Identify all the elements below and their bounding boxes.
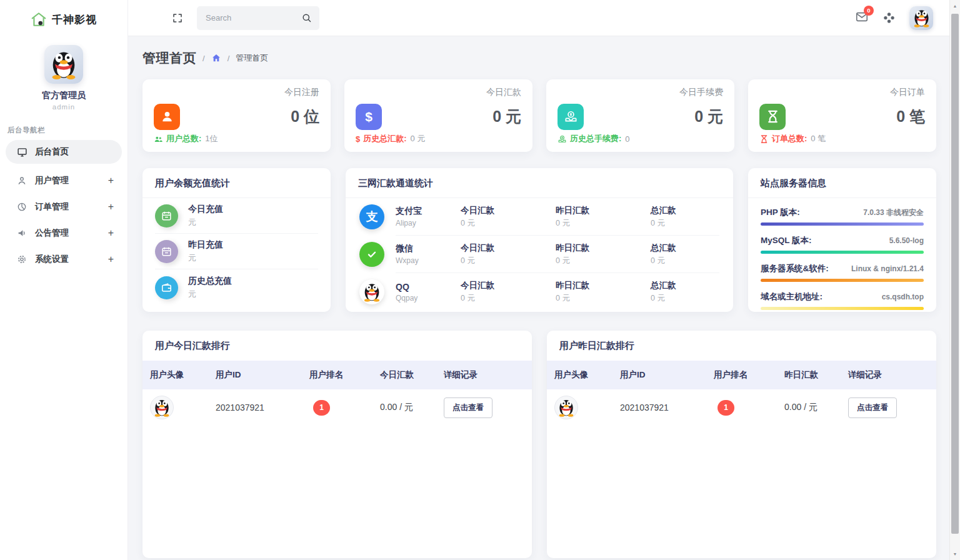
navbar-avatar[interactable] [909, 6, 933, 30]
profile-avatar[interactable] [44, 45, 83, 84]
channel-col-value: 0 元 [651, 293, 719, 304]
sidebar-section-label: 后台导航栏 [0, 126, 128, 135]
user-icon [17, 176, 27, 186]
today-ranking-table: 用户今日汇款排行 用户头像 用户ID 用户排名 今日汇款 详细记录 202103… [142, 331, 532, 558]
rank-badge: 1 [718, 400, 734, 416]
breadcrumb: 管理首页 / / 管理首页 [142, 49, 936, 67]
server-value: 5.6.50-log [889, 236, 924, 245]
expand-plus-icon[interactable]: + [108, 201, 114, 212]
main-area: 0 管理首页 / / 管理首页 今日注册 [128, 0, 949, 560]
recharge-label: 历史总充值 [188, 276, 232, 287]
scroll-up-icon[interactable]: ▲ [950, 4, 960, 8]
scroll-down-icon[interactable]: ▼ [950, 552, 960, 556]
sidebar-item-orders[interactable]: 订单管理 + [0, 194, 128, 220]
view-details-button[interactable]: 点击查看 [444, 398, 492, 418]
server-row-domain: 域名或主机地址: cs.qsdh.top [761, 291, 924, 310]
server-row-mysql: MySQL 版本: 5.6.50-log [761, 235, 924, 254]
table-title: 用户昨日汇款排行 [547, 331, 936, 361]
channel-col-value: 0 元 [461, 218, 556, 229]
channel-col-value: 0 元 [461, 293, 556, 304]
stat-card-fee: 今日手续费 0 元 历史总手续费: 0 [546, 79, 734, 152]
stat-footer-label: 订单总数: [759, 133, 807, 144]
sidebar-item-users[interactable]: 用户管理 + [0, 168, 128, 194]
progress-bar [761, 251, 924, 254]
stat-footer-value: 1位 [205, 133, 218, 144]
panel-title: 站点服务器信息 [748, 168, 936, 198]
user-id-cell: 2021037921 [620, 402, 714, 412]
page-title: 管理首页 [142, 49, 196, 67]
server-value: Linux & nginx/1.21.4 [851, 264, 924, 273]
stat-title: 今日订单 [759, 87, 925, 98]
scrollbar[interactable]: ▲ ▼ [949, 0, 960, 560]
search-icon[interactable] [301, 12, 312, 23]
plugins-icon[interactable] [882, 11, 896, 24]
breadcrumb-current: 管理首页 [236, 52, 268, 64]
server-row-php: PHP 版本: 7.0.33 非线程安全 [761, 207, 924, 226]
speaker-icon [17, 228, 27, 238]
sidebar-menu: 用户管理 + 订单管理 + 公告管理 + 系统设置 + [0, 168, 128, 272]
qq-penguin-icon [556, 398, 576, 418]
pie-chart-icon [17, 202, 27, 212]
channel-col-value: 0 元 [651, 256, 719, 266]
column-header: 详细记录 [848, 369, 936, 381]
channel-col-label: 昨日汇款 [556, 280, 651, 291]
app-root: 千神影视 官方管理员 admin 后台导航栏 后台首页 用户管理 + 订单管理 … [0, 0, 960, 560]
channel-col-label: 昨日汇款 [556, 242, 651, 254]
qq-penguin-icon [152, 398, 172, 418]
column-header: 详细记录 [444, 369, 532, 381]
stat-footer-label: 历史总手续费: [558, 133, 621, 144]
amount-cell: 0.00 / 元 [784, 402, 848, 413]
view-details-button[interactable]: 点击查看 [848, 398, 897, 418]
expand-plus-icon[interactable]: + [108, 228, 114, 239]
dollar-icon: $ [356, 134, 360, 144]
stat-title: 今日汇款 [356, 87, 521, 98]
sidebar-item-announcements[interactable]: 公告管理 + [0, 220, 128, 246]
sidebar-item-label: 用户管理 [35, 175, 100, 186]
deposit-icon [558, 104, 584, 130]
amount-cell: 0.00 / 元 [380, 402, 444, 413]
profile-role: admin [0, 103, 128, 111]
channel-col-label: 总汇款 [651, 242, 719, 254]
recharge-row-total: 历史总充值 元 [155, 269, 318, 305]
table-row: 2021037921 1 0.00 / 元 点击查看 [547, 389, 936, 426]
stat-value: 0 笔 [896, 106, 925, 127]
brand[interactable]: 千神影视 [0, 0, 128, 31]
stat-value: 0 元 [492, 106, 521, 127]
channel-col-value: 0 元 [556, 218, 651, 229]
sidebar-item-label: 公告管理 [35, 228, 100, 239]
stat-value: 0 位 [291, 106, 319, 127]
home-icon[interactable] [211, 53, 221, 63]
channel-col-label: 今日汇款 [461, 280, 556, 291]
expand-plus-icon[interactable]: + [108, 254, 114, 265]
sidebar-item-dashboard[interactable]: 后台首页 [6, 140, 122, 164]
column-header: 用户排名 [714, 369, 784, 381]
recharge-panel: 用户余额充值统计 今日充值 元 昨日充值 [142, 168, 331, 312]
breadcrumb-separator: / [202, 54, 205, 63]
server-value: cs.qsdh.top [882, 292, 924, 301]
sidebar-item-settings[interactable]: 系统设置 + [0, 246, 128, 272]
hamburger-icon[interactable] [146, 12, 158, 24]
fullscreen-icon[interactable] [172, 12, 183, 24]
channel-col-label: 昨日汇款 [556, 205, 651, 216]
channel-col-value: 0 元 [461, 256, 556, 266]
channel-name: QQ [396, 282, 461, 292]
channel-row-alipay: 支 支付宝Alipay 今日汇款0 元 昨日汇款0 元 总汇款0 元 [359, 198, 719, 236]
expand-plus-icon[interactable]: + [108, 175, 114, 186]
dollar-icon: $ [356, 104, 382, 130]
recharge-row-today: 今日充值 元 [155, 198, 318, 234]
column-header: 昨日汇款 [784, 369, 848, 381]
table-row: 2021037921 1 0.00 / 元 点击查看 [142, 389, 532, 426]
channel-row-wechat: 微信Wxpay 今日汇款0 元 昨日汇款0 元 总汇款0 元 [359, 236, 719, 273]
stat-footer-label: $ 历史总汇款: [356, 133, 407, 144]
recharge-value: 元 [188, 289, 232, 300]
table-header-row: 用户头像 用户ID 用户排名 昨日汇款 详细记录 [547, 361, 936, 389]
stat-cards-row: 今日注册 0 位 用户总数: 1位 今日汇款 [142, 79, 936, 152]
channel-row-qq: QQQqpay 今日汇款0 元 昨日汇款0 元 总汇款0 元 [359, 273, 719, 311]
sidebar-item-label: 订单管理 [35, 201, 100, 212]
scrollbar-thumb[interactable] [951, 14, 959, 534]
stat-footer-value: 0 [625, 134, 629, 144]
column-header: 用户排名 [309, 369, 380, 381]
channel-col-label: 总汇款 [651, 280, 719, 291]
ranking-tables-row: 用户今日汇款排行 用户头像 用户ID 用户排名 今日汇款 详细记录 202103… [142, 331, 936, 558]
mail-icon[interactable]: 0 [855, 10, 869, 26]
